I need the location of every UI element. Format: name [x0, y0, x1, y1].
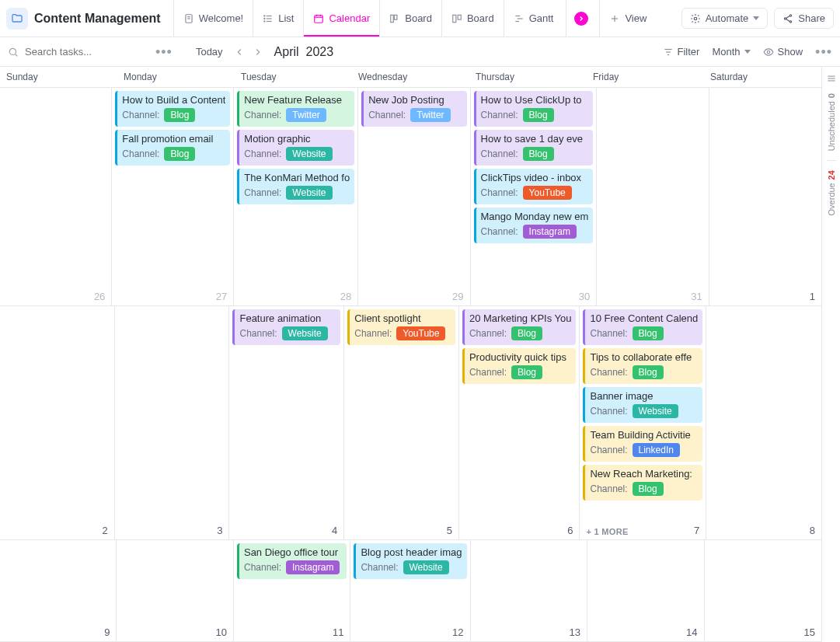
- hamburger-icon[interactable]: [826, 73, 837, 84]
- share-button[interactable]: Share: [774, 8, 834, 29]
- calendar-event[interactable]: The KonMari Method foChannel:Website: [237, 169, 354, 204]
- event-title: New Reach Marketing:: [590, 468, 698, 480]
- calendar-day[interactable]: Client spotlightChannel:YouTube5: [344, 306, 459, 539]
- plus-icon: [609, 13, 620, 24]
- calendar-day[interactable]: 26: [0, 88, 112, 305]
- unscheduled-panel-toggle[interactable]: Unscheduled 0: [827, 93, 836, 151]
- channel-label: Channel:: [590, 483, 627, 494]
- svg-rect-13: [391, 15, 394, 22]
- chevron-right-icon: [574, 12, 588, 26]
- channel-label: Channel:: [590, 406, 627, 417]
- calendar-event[interactable]: New Job PostingChannel:Twitter: [361, 91, 466, 127]
- folder-icon[interactable]: [6, 8, 28, 30]
- calendar-event[interactable]: New Reach Marketing:Channel:Blog: [583, 465, 702, 501]
- channel-label: Channel:: [244, 187, 281, 198]
- overdue-count: 24: [827, 170, 836, 180]
- calendar-event[interactable]: Tips to collaborate effeChannel:Blog: [583, 348, 702, 384]
- automate-button[interactable]: Automate: [681, 8, 769, 29]
- calendar-event[interactable]: Productivity quick tipsChannel:Blog: [462, 348, 577, 384]
- calendar-day[interactable]: 3: [115, 306, 230, 539]
- next-icon[interactable]: [253, 47, 263, 58]
- tab-board[interactable]: Board: [441, 0, 504, 37]
- overdue-panel-toggle[interactable]: Overdue 24: [827, 170, 836, 215]
- calendar-event[interactable]: Banner imageChannel:Website: [583, 387, 702, 423]
- event-title: Fall promotion email: [122, 133, 225, 145]
- calendar-day[interactable]: New Job PostingChannel:Twitter29: [358, 88, 470, 305]
- calendar-day[interactable]: Blog post header imagChannel:Website12: [350, 540, 470, 641]
- calendar-event[interactable]: How to Use ClickUp toChannel:Blog: [474, 91, 594, 127]
- calendar-event[interactable]: ClickTips video - inboxChannel:YouTube: [474, 169, 594, 204]
- calendar-day[interactable]: 1: [709, 88, 821, 305]
- calendar-event[interactable]: 10 Free Content CalendChannel:Blog: [583, 309, 702, 345]
- calendar-event[interactable]: Mango Monday new emChannel:Instagram: [474, 208, 594, 243]
- show-button[interactable]: Show: [763, 46, 803, 58]
- day-number: 6: [567, 525, 573, 536]
- calendar-event[interactable]: 20 Marketing KPIs YouChannel:Blog: [462, 309, 577, 345]
- calendar-event[interactable]: Feature animationChannel:Website: [232, 309, 340, 345]
- search-input[interactable]: [23, 45, 124, 58]
- svg-rect-9: [315, 15, 323, 22]
- calendar-event[interactable]: How to Build a ContentChannel:Blog: [115, 91, 230, 127]
- search-input-wrap[interactable]: [8, 45, 148, 58]
- channel-label: Channel:: [244, 110, 281, 120]
- channel-label: Channel:: [590, 328, 627, 339]
- tab-board[interactable]: Board: [379, 0, 441, 37]
- day-number: 26: [94, 291, 105, 302]
- calendar-day[interactable]: New Feature ReleaseChannel:TwitterMotion…: [234, 88, 358, 305]
- more-events[interactable]: + 1 MORE: [586, 527, 628, 536]
- calendar-day[interactable]: How to Build a ContentChannel:BlogFall p…: [112, 88, 234, 305]
- svg-rect-14: [395, 15, 398, 19]
- channel-tag: Blog: [511, 326, 542, 340]
- dow-header: Wednesday: [352, 67, 469, 87]
- calendar-event[interactable]: How to save 1 day eveChannel:Blog: [474, 130, 594, 166]
- calendar-event[interactable]: Team Building ActivitieChannel:LinkedIn: [583, 426, 702, 462]
- channel-label: Channel:: [590, 367, 627, 378]
- calendar-event[interactable]: Motion graphicChannel:Website: [237, 130, 354, 166]
- day-number: 5: [447, 525, 452, 536]
- prev-icon[interactable]: [234, 47, 245, 58]
- chevron-down-icon: [744, 50, 751, 54]
- event-title: How to save 1 day eve: [481, 133, 589, 145]
- calendar-day[interactable]: 31: [597, 88, 709, 305]
- chevron-down-icon: [753, 16, 759, 20]
- channel-label: Channel:: [481, 148, 518, 159]
- event-title: Client spotlight: [354, 312, 451, 324]
- calendar-day[interactable]: How to Use ClickUp toChannel:BlogHow to …: [471, 88, 598, 305]
- svg-point-33: [767, 51, 770, 54]
- calendar-day[interactable]: 9: [0, 540, 117, 641]
- unscheduled-label: Unscheduled: [827, 101, 836, 151]
- calendar-day[interactable]: Feature animationChannel:Website4: [229, 306, 344, 539]
- calendar-event[interactable]: Client spotlightChannel:YouTube: [347, 309, 455, 345]
- today-button[interactable]: Today: [196, 46, 223, 58]
- tab-hidden-views[interactable]: [566, 0, 596, 37]
- overdue-label: Overdue: [827, 183, 836, 216]
- channel-tag: Instagram: [523, 225, 577, 239]
- svg-point-22: [694, 17, 697, 20]
- calendar-event[interactable]: San Diego office tourChannel:Instagram: [237, 543, 347, 579]
- add-view-button[interactable]: View: [599, 0, 656, 37]
- share-label: Share: [798, 12, 825, 24]
- calendar-day[interactable]: 10 Free Content CalendChannel:BlogTips t…: [580, 306, 706, 539]
- calendar-day[interactable]: 13: [471, 540, 587, 641]
- calendar-day[interactable]: 20 Marketing KPIs YouChannel:BlogProduct…: [459, 306, 580, 539]
- calendar-day[interactable]: 8: [706, 306, 821, 539]
- calendar-day[interactable]: San Diego office tourChannel:Instagram11: [234, 540, 350, 641]
- filter-icon: [663, 47, 674, 58]
- filter-button[interactable]: Filter: [663, 46, 700, 58]
- calendar-event[interactable]: Fall promotion emailChannel:Blog: [115, 130, 230, 166]
- calendar-day[interactable]: 10: [117, 540, 233, 641]
- scale-button[interactable]: Month: [712, 46, 750, 58]
- day-number: 10: [216, 626, 227, 638]
- tab-welcome-[interactable]: Welcome!: [173, 0, 253, 37]
- calendar-day[interactable]: 14: [587, 540, 704, 641]
- tab-list[interactable]: List: [253, 0, 303, 37]
- tab-gantt[interactable]: Gantt: [504, 0, 563, 37]
- calendar-day[interactable]: 2: [0, 306, 115, 539]
- day-number: 7: [694, 525, 699, 536]
- tab-calendar[interactable]: Calendar: [303, 0, 379, 37]
- channel-label: Channel:: [469, 328, 507, 339]
- calendar-event[interactable]: New Feature ReleaseChannel:Twitter: [237, 91, 354, 127]
- calendar-day[interactable]: 15: [705, 540, 821, 641]
- channel-tag: Blog: [511, 365, 542, 379]
- calendar-event[interactable]: Blog post header imagChannel:Website: [354, 543, 466, 579]
